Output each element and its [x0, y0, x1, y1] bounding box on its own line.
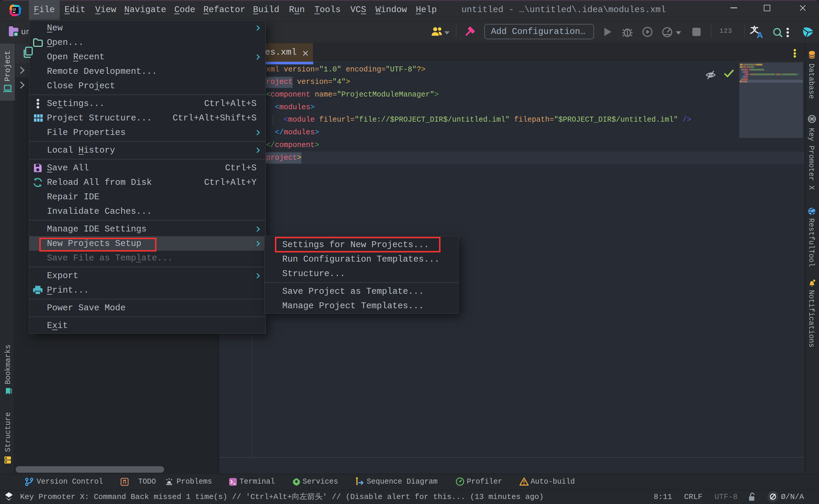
svg-text:IJ: IJ [13, 8, 16, 11]
svg-text:A: A [757, 30, 763, 39]
